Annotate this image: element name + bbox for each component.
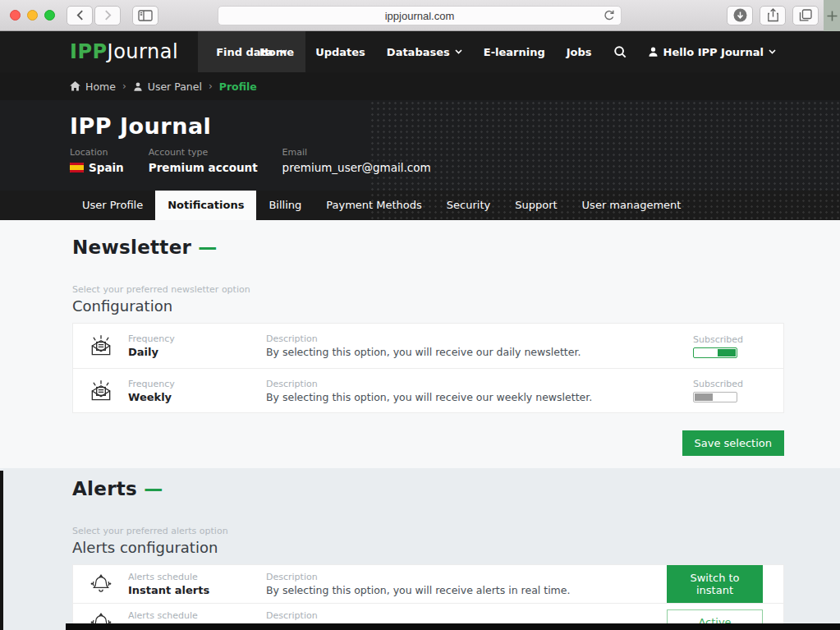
nav-item-updates[interactable]: Updates	[315, 46, 365, 58]
hero-field-location: Location Spain	[70, 147, 124, 174]
newsletter-icon	[88, 333, 114, 359]
tab-notifications[interactable]: Notifications	[155, 191, 256, 220]
chevron-down-icon	[455, 49, 462, 54]
show-tabs-button[interactable]	[792, 6, 819, 25]
site-navbar: IPPJournal Find data Home Updates Databa…	[0, 31, 840, 72]
tab-support[interactable]: Support	[503, 191, 569, 220]
newsletter-row-daily: Frequency Daily Description By selecting…	[73, 324, 783, 368]
nav-item-jobs[interactable]: Jobs	[567, 46, 592, 58]
description-text: By selecting this option, you will recei…	[266, 346, 693, 358]
chevron-down-icon	[769, 49, 776, 54]
title-dash: —	[198, 237, 217, 258]
switch-to-instant-button[interactable]: Switch to instant	[667, 565, 763, 603]
breadcrumb: Home › User Panel › Profile	[0, 72, 840, 100]
new-tab-button[interactable]	[824, 0, 840, 31]
window-controls	[10, 10, 55, 21]
close-window-button[interactable]	[10, 10, 21, 21]
newsletter-options-table: Frequency Daily Description By selecting…	[72, 323, 784, 413]
field-label: Alerts schedule	[128, 572, 266, 582]
newsletter-row-weekly: Frequency Weekly Description By selectin…	[73, 368, 783, 412]
breadcrumb-current-profile: Profile	[219, 80, 257, 93]
zoom-window-button[interactable]	[44, 10, 55, 21]
newsletter-section: Newsletter— Select your preferred newsle…	[0, 220, 840, 468]
browser-chrome: ippjournal.com	[0, 0, 840, 31]
site-logo[interactable]: IPPJournal	[70, 40, 178, 63]
schedule-value: Instant alerts	[128, 584, 266, 596]
user-icon	[133, 81, 143, 92]
profile-tabs: User Profile Notifications Billing Payme…	[0, 191, 840, 220]
breadcrumb-user-panel[interactable]: User Panel	[133, 80, 202, 93]
minimize-window-button[interactable]	[27, 10, 38, 21]
status-label: Subscribed	[693, 379, 783, 389]
user-account-menu[interactable]: Hello IPP Journal	[648, 46, 776, 58]
sidebar-icon	[138, 10, 153, 21]
share-button[interactable]	[760, 6, 786, 25]
page-title: IPP Journal	[70, 113, 840, 139]
frequency-value: Daily	[128, 346, 266, 358]
alerts-subtitle: Select your preferred alerts option	[72, 526, 784, 536]
nav-item-home[interactable]: Home	[259, 46, 294, 58]
user-icon	[648, 46, 659, 57]
alerts-row-instant: Alerts schedule Instant alerts Descripti…	[73, 565, 783, 603]
logo-text-green: IPP	[70, 40, 108, 63]
hero-field-account-type: Account type Premium account	[149, 147, 258, 174]
search-icon	[613, 45, 627, 58]
user-greeting: Hello IPP Journal	[663, 46, 764, 58]
page-left-edge	[0, 471, 3, 630]
search-button[interactable]	[613, 45, 627, 58]
description-label: Description	[266, 572, 667, 582]
downloads-button[interactable]	[727, 6, 753, 25]
home-icon	[70, 81, 80, 91]
tab-security[interactable]: Security	[434, 191, 503, 220]
alerts-options-table: Alerts schedule Instant alerts Descripti…	[72, 564, 784, 630]
spain-flag-icon	[70, 163, 84, 172]
description-label: Description	[266, 333, 693, 344]
bell-icon	[89, 572, 113, 596]
newsletter-icon	[88, 378, 114, 404]
nav-item-databases[interactable]: Databases	[387, 46, 462, 58]
daily-subscribe-toggle[interactable]	[693, 347, 737, 358]
back-button[interactable]	[67, 6, 93, 25]
field-label: Frequency	[128, 333, 266, 344]
tab-billing[interactable]: Billing	[256, 191, 314, 220]
description-text: By selecting this option, you will recei…	[266, 391, 693, 403]
breadcrumb-separator: ›	[209, 80, 213, 92]
tab-user-management[interactable]: User management	[570, 191, 694, 220]
back-icon	[76, 10, 84, 21]
tab-payment-methods[interactable]: Payment Methods	[314, 191, 434, 220]
frequency-value: Weekly	[128, 391, 266, 403]
tabs-overview-icon	[799, 9, 812, 21]
field-label: Frequency	[128, 379, 266, 389]
title-dash: —	[144, 478, 163, 499]
tab-user-profile[interactable]: User Profile	[70, 191, 155, 220]
alerts-title: Alerts—	[72, 478, 784, 499]
breadcrumb-home[interactable]: Home	[70, 80, 116, 93]
forward-button[interactable]	[94, 6, 121, 25]
refresh-icon	[603, 9, 616, 22]
description-label: Description	[266, 610, 667, 621]
description-label: Description	[266, 379, 693, 389]
alerts-config-heading: Alerts configuration	[72, 539, 784, 556]
download-icon	[733, 8, 747, 22]
url-text: ippjournal.com	[385, 10, 455, 22]
weekly-subscribe-toggle[interactable]	[693, 392, 737, 402]
alerts-section: Alerts— Select your preferred alerts opt…	[0, 468, 840, 630]
breadcrumb-separator: ›	[122, 80, 126, 92]
status-label: Subscribed	[693, 334, 783, 345]
profile-hero: IPP Journal Location Spain Account type …	[0, 100, 840, 191]
save-selection-button[interactable]: Save selection	[682, 430, 784, 456]
address-bar[interactable]: ippjournal.com	[218, 6, 622, 25]
main-navigation: Home Updates Databases E-learning Jobs H…	[259, 45, 776, 58]
forward-icon	[104, 10, 112, 21]
description-text: By selecting this option, you will recei…	[266, 584, 667, 596]
page-footer-edge	[66, 623, 840, 630]
newsletter-config-heading: Configuration	[72, 297, 784, 315]
field-label: Alerts schedule	[128, 610, 266, 621]
refresh-button[interactable]	[603, 9, 616, 22]
newsletter-title: Newsletter—	[72, 237, 784, 258]
hero-field-email: Email premium_user@gmail.com	[282, 147, 431, 174]
logo-text-white: Journal	[108, 40, 179, 63]
nav-item-elearning[interactable]: E-learning	[484, 46, 545, 58]
sidebar-toggle-button[interactable]	[132, 6, 158, 25]
newsletter-subtitle: Select your preferred newsletter option	[72, 284, 784, 295]
